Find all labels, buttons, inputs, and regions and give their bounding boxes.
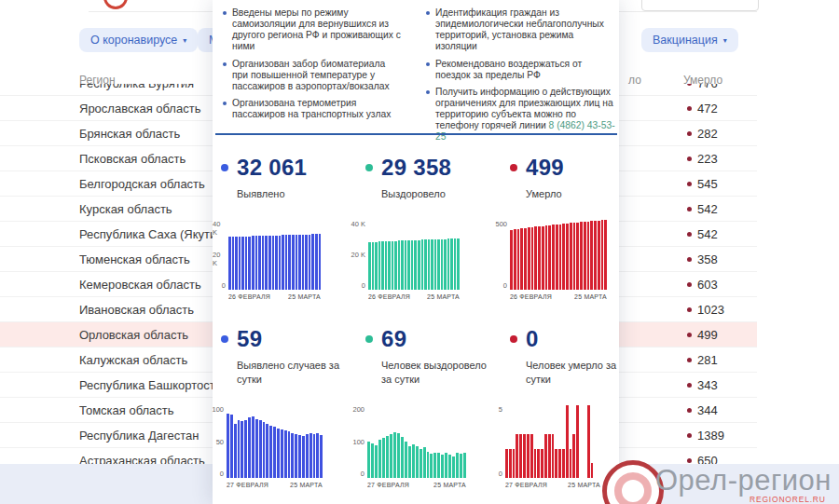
chart-x-end: 25 МАРТА [427,293,460,300]
region-name: Тюменская область [0,252,190,266]
region-name: Курская область [0,202,172,216]
chart-bars [228,220,321,290]
stat-dot-icon [510,335,517,343]
nav-about-coronavirus-button[interactable]: О коронавирусе ▾ [79,28,198,52]
died-number: 499 [697,328,718,342]
died-dot-icon [687,458,692,463]
nav-vaccination-label: Вакцинация [653,34,718,47]
stat-value: 29 358 [381,155,451,181]
measure-item: Организован забор биоматериала при повыш… [221,59,404,92]
died-number: 650 [697,454,718,465]
died-number: 472 [697,102,718,116]
measure-item: Идентификация граждан из эпидемиологичес… [424,7,616,53]
region-name: Калужская область [0,353,187,367]
chart-y-axis: 100500 [213,405,227,478]
chart-x-start: 27 ФЕВРАЛЯ [227,482,268,488]
nav-vaccination-button[interactable]: Вакцинация ▾ [641,28,738,52]
chart-x-start: 27 ФЕВРАЛЯ [367,482,409,488]
stat-label: Выявлено случаев за сутки [237,359,351,387]
search-input[interactable] [641,0,759,11]
orel-region-logo-title: Орел-регион [655,464,832,497]
died-dot-icon [687,383,692,388]
stat-dot-icon [365,335,373,343]
died-value: 282 [687,127,718,141]
stat-label: Человек умерло за сутки [526,359,640,387]
region-name: Псковская область [0,152,186,166]
stat-dot-icon [510,164,517,171]
chart-bars [505,405,600,478]
site-logo-icon [103,0,128,9]
stat-dot-icon [365,164,373,171]
stat-dot-icon [221,335,228,343]
died-value: 542 [687,227,718,241]
died-dot-icon [687,433,692,438]
died-dot-icon [687,282,692,287]
died-value: 1023 [687,303,724,317]
chart-died-total: 500026 ФЕВРАЛЯ25 МАРТА [483,220,607,300]
chart-x-start: 26 ФЕВРАЛЯ [510,293,552,300]
region-name: Томская область [0,403,174,417]
died-number: 1389 [697,429,724,443]
measures-section: Введены меры по режиму самоизоляции для … [221,7,616,149]
died-value: 343 [687,378,718,392]
died-dot-icon [687,333,692,337]
died-number: 344 [697,403,718,417]
died-value: 223 [687,152,718,166]
region-name: Республика Бурятия [0,84,194,90]
measure-item: Рекомендовано воздержаться от поездок за… [424,59,616,81]
measures-list-left: Введены меры по режиму самоизоляции для … [221,7,404,149]
chart-y-axis: 40 K20 K0 [349,220,368,290]
chart-y-axis: 50 [486,405,505,478]
died-dot-icon [687,106,692,111]
stat-recovered-daily: 69Человек выздоровело за сутки [365,326,505,387]
chart-died-daily: 5027 ФЕВРАЛЯ25 МАРТА [486,405,600,488]
chart-x-end: 25 МАРТА [288,293,321,300]
chart-x-start: 26 ФЕВРАЛЯ [228,293,270,300]
stat-value: 0 [526,326,539,352]
chevron-down-icon: ▾ [183,36,186,45]
stat-label: Человек выздоровело за сутки [381,359,495,387]
chart-x-end: 25 МАРТА [433,482,466,488]
chart-x-start: 26 ФЕВРАЛЯ [368,293,410,300]
stat-value: 59 [237,326,262,352]
died-number: 542 [697,202,718,216]
chart-recovered-daily: 200100027 ФЕВРАЛЯ25 МАРТА [348,405,466,488]
died-dot-icon [687,182,692,186]
hotline-phone-link[interactable]: 8 (4862) 43-53-25 [435,120,615,142]
stat-label: Выздоровело [381,187,495,201]
died-dot-icon [687,157,692,161]
chart-recovered-total: 40 K20 K026 ФЕВРАЛЯ25 МАРТА [349,220,460,300]
chart-bars [367,405,466,478]
died-value: 281 [687,353,718,367]
died-number: 1023 [697,303,724,317]
chart-y-axis: 40 K20 K0 [213,220,228,290]
region-name: Орловская область [0,328,188,342]
stat-died-total: 499Умерло [510,155,650,201]
stat-value: 32 061 [237,155,307,181]
died-dot-icon [687,257,692,262]
chart-x-start: 27 ФЕВРАЛЯ [505,482,547,488]
chart-bars [227,405,323,478]
region-name: Брянская область [0,127,180,141]
chart-bars [510,220,607,290]
page: О коронавирусе ▾ М Вакцинация ▾ Регион л… [0,0,839,504]
section-divider [215,133,617,135]
died-value: 542 [687,202,718,216]
stat-value: 499 [526,155,564,181]
measure-item: Организована термометрия пассажиров на т… [221,98,404,120]
stat-value: 69 [381,326,406,352]
died-value: 545 [687,177,718,191]
died-dot-icon [687,84,692,86]
died-value: 358 [687,252,718,266]
died-value: 776 [687,84,718,90]
died-value: 472 [687,102,718,116]
died-dot-icon [687,207,692,211]
region-detail-modal: Введены меры по режиму самоизоляции для … [213,0,619,504]
died-number: 343 [697,378,718,392]
died-value: 603 [687,278,718,292]
died-number: 281 [697,353,718,367]
region-name: Белгородская область [0,177,205,191]
died-dot-icon [687,408,692,413]
stat-recovered-total: 29 358Выздоровело [365,155,505,201]
region-name: Республика Башкортостан [0,378,228,392]
